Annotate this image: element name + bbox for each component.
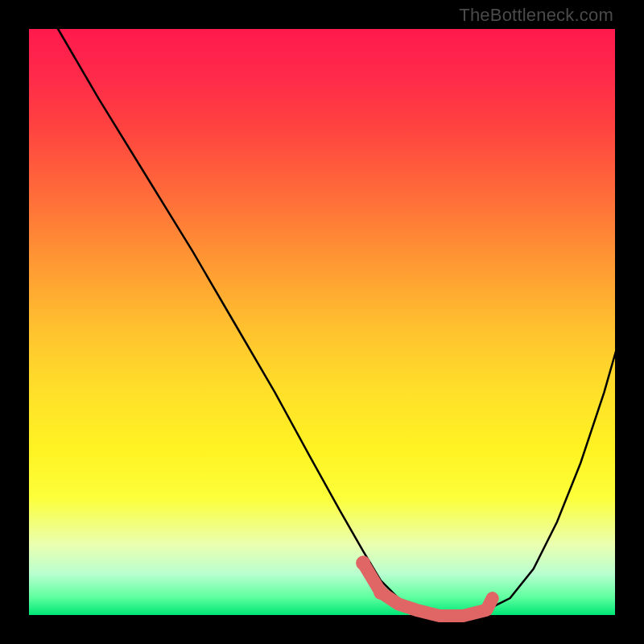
chart-frame: TheBottleneck.com bbox=[0, 0, 644, 644]
highlight-dot bbox=[356, 555, 370, 570]
chart-svg bbox=[28, 28, 616, 616]
highlight-dot bbox=[374, 585, 388, 600]
bottleneck-curve bbox=[58, 28, 617, 616]
watermark-text: TheBottleneck.com bbox=[459, 5, 613, 26]
